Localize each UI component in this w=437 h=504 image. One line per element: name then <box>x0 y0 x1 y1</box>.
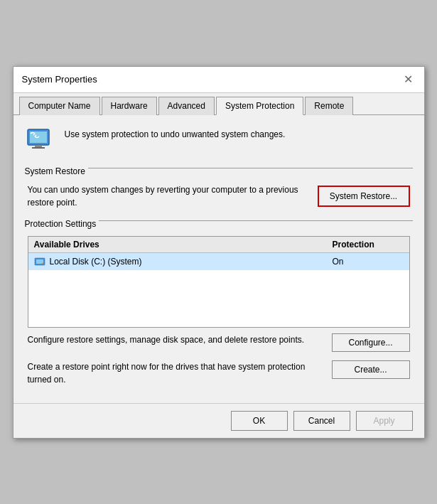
svg-rect-3 <box>32 147 45 149</box>
close-button[interactable]: ✕ <box>401 73 416 87</box>
create-button[interactable]: Create... <box>332 360 410 379</box>
system-properties-window: System Properties ✕ Computer Name Hardwa… <box>13 66 425 439</box>
protection-settings-section: Protection Settings Available Drives Pro… <box>25 220 413 386</box>
svg-point-6 <box>42 263 43 264</box>
system-restore-section: System Restore You can undo system chang… <box>25 168 413 209</box>
apply-button[interactable]: Apply <box>356 411 413 431</box>
tab-system-protection[interactable]: System Protection <box>216 97 303 115</box>
create-row: Create a restore point right now for the… <box>28 360 410 386</box>
drives-table-header: Available Drives Protection <box>28 237 409 253</box>
tab-advanced[interactable]: Advanced <box>158 97 215 115</box>
restore-description: You can undo system changes by reverting… <box>28 183 309 209</box>
window-title: System Properties <box>22 74 97 85</box>
info-row: Use system protection to undo unwanted s… <box>25 125 413 156</box>
system-restore-title: System Restore <box>25 166 88 176</box>
drives-table: Available Drives Protection Local Disk (… <box>28 236 410 328</box>
create-text: Create a restore point right now for the… <box>28 360 323 386</box>
col-protection-header: Protection <box>333 240 404 250</box>
configure-row: Configure restore settings, manage disk … <box>28 333 410 352</box>
tab-remote[interactable]: Remote <box>305 97 353 115</box>
tab-hardware[interactable]: Hardware <box>102 97 157 115</box>
drive-name: Local Disk (C:) (System) <box>50 257 142 267</box>
title-bar: System Properties ✕ <box>14 67 424 93</box>
drives-empty-area <box>28 270 409 327</box>
main-content: Use system protection to undo unwanted s… <box>14 115 424 403</box>
tab-bar: Computer Name Hardware Advanced System P… <box>14 93 424 115</box>
col-drive-header: Available Drives <box>34 240 333 250</box>
svg-rect-2 <box>35 145 42 147</box>
info-text: Use system protection to undo unwanted s… <box>65 125 286 141</box>
restore-row: You can undo system changes by reverting… <box>25 183 413 209</box>
protection-settings-title: Protection Settings <box>25 219 99 229</box>
configure-button[interactable]: Configure... <box>332 333 410 352</box>
cancel-button[interactable]: Cancel <box>293 411 350 431</box>
bottom-bar: OK Cancel Apply <box>14 403 424 438</box>
configure-text: Configure restore settings, manage disk … <box>28 333 323 346</box>
tab-computer-name[interactable]: Computer Name <box>19 97 100 115</box>
drive-cell: Local Disk (C:) (System) <box>34 256 333 267</box>
ok-button[interactable]: OK <box>231 411 288 431</box>
drive-icon <box>34 256 45 267</box>
drives-table-row[interactable]: Local Disk (C:) (System) On <box>28 253 409 270</box>
svg-rect-5 <box>36 259 43 264</box>
protection-status: On <box>333 257 404 267</box>
system-restore-button[interactable]: System Restore... <box>318 186 410 207</box>
system-protection-icon <box>25 125 56 156</box>
